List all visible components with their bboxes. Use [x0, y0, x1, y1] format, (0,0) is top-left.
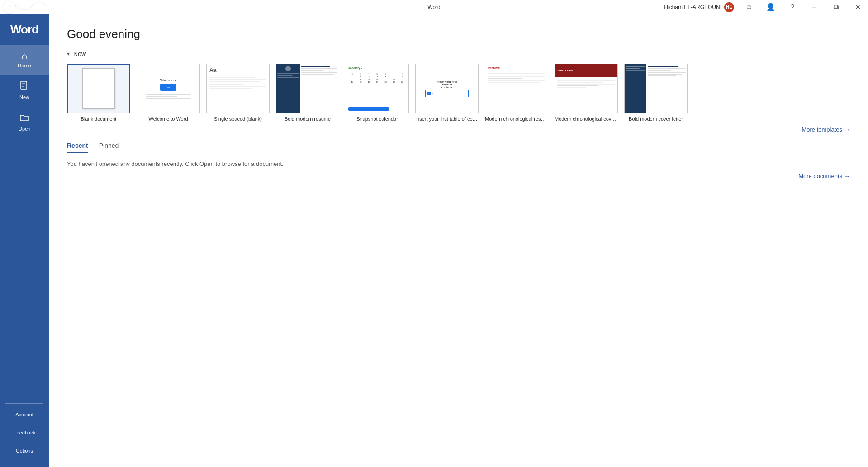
sidebar-item-home[interactable]: ⌂ Home — [0, 45, 49, 75]
template-chron-cover[interactable]: Cover Letter Modern chronological cover.… — [555, 64, 618, 122]
template-welcome[interactable]: Take a tour → Welcome to Word — [137, 64, 200, 122]
help-icon[interactable]: ? — [782, 0, 803, 14]
titlebar: Word Hicham EL-ARGEOUN! HE ☺ 👤 ? − ⧉ ✕ — [0, 0, 868, 14]
titlebar-decoration — [0, 0, 58, 14]
sidebar-item-new[interactable]: New — [0, 75, 49, 106]
template-blank[interactable]: Blank document — [67, 64, 130, 122]
template-single-spaced[interactable]: Aa Single spaced (blank) — [206, 64, 270, 122]
titlebar-controls: Hicham EL-ARGEOUN! HE ☺ 👤 ? − ⧉ ✕ — [660, 0, 868, 14]
chevron-down-icon: ▾ — [67, 51, 70, 57]
new-section-header[interactable]: ▾ New — [67, 50, 850, 57]
template-thumb-welcome: Take a tour → — [137, 64, 200, 113]
template-thumb-blank — [67, 64, 130, 113]
smiley-icon[interactable]: ☺ — [739, 0, 759, 14]
template-thumb-bold-cover-letter — [624, 64, 688, 113]
template-label-blank: Blank document — [81, 116, 117, 122]
template-thumb-chron-cover: Cover Letter — [555, 64, 618, 113]
recent-empty-message: You haven't opened any documents recentl… — [67, 160, 850, 167]
new-doc-icon — [19, 81, 29, 93]
recent-tabs: Recent Pinned — [67, 142, 850, 153]
close-button[interactable]: ✕ — [847, 0, 868, 14]
open-icon — [19, 113, 29, 124]
more-templates-link-container: More templates → — [67, 126, 850, 133]
titlebar-appname: Word — [427, 4, 440, 10]
template-label-bold-cover-letter: Bold modern cover letter — [629, 116, 683, 122]
template-label-toc: Insert your first table of cont... — [415, 116, 479, 122]
template-label-chron-cover: Modern chronological cover... — [555, 116, 618, 122]
app-body: Word ⌂ Home New — [0, 14, 868, 467]
home-icon: ⌂ — [21, 51, 27, 61]
template-toc[interactable]: Insert your firstTable ofcontents + •• I… — [415, 64, 479, 122]
tab-pinned[interactable]: Pinned — [99, 142, 119, 153]
template-thumb-single: Aa — [206, 64, 270, 113]
template-label-welcome: Welcome to Word — [148, 116, 188, 122]
sidebar-account-label: Account — [15, 412, 33, 417]
sidebar-item-account[interactable]: Account — [0, 406, 49, 424]
template-snapshot-calendar[interactable]: January • SMTWTFS 123456 78910111213 141… — [346, 64, 409, 122]
sidebar-brand: Word — [0, 14, 49, 45]
greeting: Good evening — [67, 27, 850, 41]
sidebar-open-label: Open — [19, 126, 31, 132]
sidebar-feedback-label: Feedback — [14, 430, 35, 435]
sidebar-home-label: Home — [18, 63, 31, 68]
template-label-chron-resume: Modern chronological resume — [485, 116, 548, 122]
sidebar-item-open[interactable]: Open — [0, 106, 49, 138]
main-content: Good evening ▾ New Blank document — [49, 14, 868, 467]
more-templates-link[interactable]: More templates → — [802, 126, 850, 133]
template-label-bold-resume: Bold modern resume — [285, 116, 331, 122]
sidebar-item-options[interactable]: Options — [0, 442, 49, 460]
sidebar: Word ⌂ Home New — [0, 14, 49, 467]
arrow-right-icon-docs: → — [844, 173, 850, 179]
sidebar-bottom: Account Feedback Options — [0, 401, 49, 467]
template-label-calendar: Snapshot calendar — [356, 116, 398, 122]
user-avatar: HE — [724, 2, 734, 12]
titlebar-username: Hicham EL-ARGEOUN! — [664, 4, 721, 10]
template-thumb-calendar: January • SMTWTFS 123456 78910111213 141… — [346, 64, 409, 113]
template-thumb-bold-resume — [276, 64, 339, 113]
sidebar-options-label: Options — [16, 448, 33, 453]
sidebar-new-label: New — [19, 94, 29, 100]
minimize-button[interactable]: − — [804, 0, 825, 14]
new-section-label: New — [73, 50, 86, 57]
more-documents-link-container: More documents → — [67, 173, 850, 179]
tab-recent[interactable]: Recent — [67, 142, 88, 153]
template-label-single: Single spaced (blank) — [214, 116, 262, 122]
template-thumb-toc: Insert your firstTable ofcontents + •• — [415, 64, 479, 113]
arrow-right-icon: → — [844, 126, 850, 133]
sidebar-nav: ⌂ Home New — [0, 45, 49, 401]
template-bold-resume[interactable]: Bold modern resume — [276, 64, 339, 122]
titlebar-user[interactable]: Hicham EL-ARGEOUN! HE — [660, 2, 738, 12]
restore-button[interactable]: ⧉ — [825, 0, 846, 14]
person-icon[interactable]: 👤 — [760, 0, 781, 14]
templates-grid: Blank document Take a tour → — [67, 64, 850, 122]
template-bold-cover-letter[interactable]: Bold modern cover letter — [624, 64, 688, 122]
sidebar-divider — [5, 403, 43, 404]
sidebar-item-feedback[interactable]: Feedback — [0, 424, 49, 442]
template-chron-resume[interactable]: Resume Modern chronological resume — [485, 64, 548, 122]
more-documents-link[interactable]: More documents → — [798, 173, 850, 179]
template-thumb-chron-resume: Resume — [485, 64, 548, 113]
